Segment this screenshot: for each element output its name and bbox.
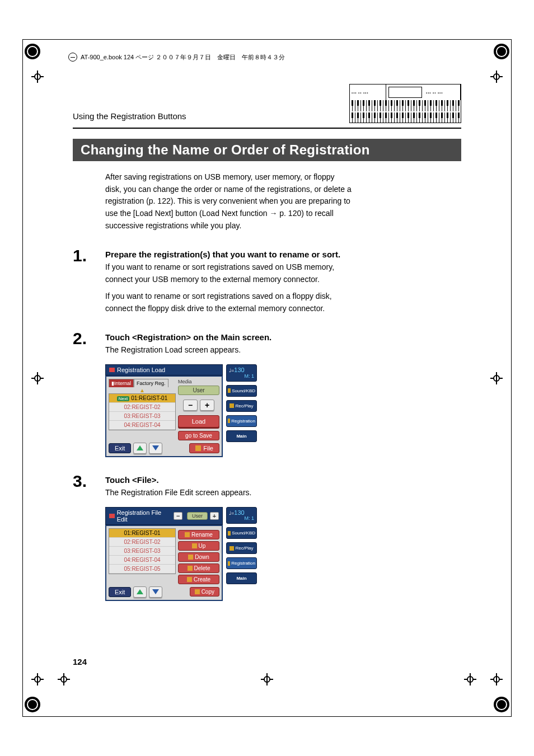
step-text: If you want to rename or sort registrati… (105, 290, 357, 314)
main-button[interactable]: Main (226, 572, 257, 584)
up-button[interactable]: Up (178, 541, 219, 551)
book-metadata: AT-900_e.book 124 ページ ２００７年９月７日 金曜日 午前８時… (68, 53, 285, 62)
print-regmark-icon (494, 44, 509, 59)
next-tag: Next (117, 396, 129, 401)
panel-title-bar: Registration Load (105, 364, 223, 375)
instrument-illustration (349, 84, 461, 123)
sound-kbd-button[interactable]: Sound/KBD (226, 385, 257, 397)
tempo-display[interactable]: ♩=130 M: 1 (226, 364, 257, 382)
上arrow-indicator-icon: ▲ (109, 387, 176, 393)
note-icon (228, 531, 231, 536)
crop-mark-icon (31, 71, 44, 83)
step-number: 2. (73, 329, 105, 348)
media-label: Media (178, 379, 219, 384)
triangle-down-icon (152, 589, 159, 594)
crop-mark-icon (58, 673, 70, 685)
reg-icon (228, 419, 230, 423)
print-regmark-icon (25, 697, 40, 712)
sound-kbd-button[interactable]: Sound/KBD (226, 527, 257, 539)
media-user-button[interactable]: User (187, 512, 208, 520)
step-text: If you want to rename or sort registrati… (105, 261, 357, 285)
list-item[interactable]: 04:REGIST-04 (109, 556, 175, 565)
down-button[interactable]: Down (178, 552, 219, 562)
panel-title-bar: Registration File Edit − User + (105, 507, 223, 525)
load-button[interactable]: Load (178, 415, 219, 428)
minus-button[interactable]: − (183, 400, 198, 411)
go-to-save-button[interactable]: go to Save (178, 431, 219, 440)
list-item[interactable]: 02:REGIST-02 (109, 538, 175, 547)
list-item[interactable]: 03:REGIST-03 (109, 547, 175, 556)
book-meta-icon (68, 53, 77, 62)
registration-list: Next01:REGIST-01 02:REGIST-02 03:REGIST-… (109, 393, 176, 430)
crop-mark-icon (261, 673, 273, 685)
crop-mark-icon (464, 673, 476, 685)
rec-play-button[interactable]: Rec/Play (226, 400, 257, 412)
list-item[interactable]: Next01:REGIST-01 (109, 394, 175, 403)
title-plus-button[interactable]: + (210, 512, 219, 520)
rec-play-button[interactable]: Rec/Play (226, 542, 257, 554)
media-user-button[interactable]: User (178, 386, 219, 395)
step-title: Touch <Registration> on the Main screen. (105, 332, 357, 342)
crop-mark-icon (31, 372, 44, 384)
create-button[interactable]: Create (178, 575, 219, 584)
registration-button[interactable]: Registration (226, 557, 257, 569)
panel-title-text: Registration Load (117, 367, 165, 373)
registration-load-screenshot: Registration Load ▮Internal Factory Reg.… (105, 364, 259, 457)
arrow-up-icon (192, 543, 197, 548)
delete-icon (188, 566, 193, 571)
tab-factory[interactable]: Factory Reg. (134, 379, 168, 387)
tab-internal[interactable]: ▮Internal (109, 379, 134, 387)
scroll-up-button[interactable] (133, 586, 147, 598)
list-item[interactable]: 02:REGIST-02 (109, 403, 175, 412)
pencil-icon (185, 532, 190, 537)
book-meta-text: AT-900_e.book 124 ページ ２００７年９月７日 金曜日 午前８時… (81, 53, 285, 62)
file-button[interactable]: File (189, 443, 219, 453)
tab-label: Internal (114, 381, 131, 386)
registration-file-edit-screenshot: Registration File Edit − User + (105, 507, 259, 601)
exit-button[interactable]: Exit (109, 443, 131, 453)
step-title: Touch <File>. (105, 475, 357, 485)
crop-mark-icon (490, 673, 503, 685)
print-regmark-icon (494, 697, 509, 712)
registration-button[interactable]: Registration (226, 415, 257, 427)
rec-icon (229, 546, 234, 551)
delete-button[interactable]: Delete (178, 564, 219, 573)
chapter-title: Using the Registration Buttons (73, 111, 186, 123)
reg-icon (228, 561, 230, 566)
scroll-down-button[interactable] (149, 586, 162, 598)
step-title: Prepare the registration(s) that you wan… (105, 250, 357, 259)
exit-button[interactable]: Exit (109, 587, 131, 597)
list-item[interactable]: 04:REGIST-04 (109, 421, 175, 430)
triangle-down-icon (152, 445, 159, 450)
list-item[interactable]: 05:REGIST-05 (109, 565, 175, 574)
page-number: 124 (73, 657, 87, 666)
list-item[interactable]: 03:REGIST-03 (109, 412, 175, 421)
panel-title-text: Registration File Edit (117, 509, 172, 523)
step-text: The Registration Load screen appears. (105, 344, 357, 356)
section-title: Changing the Name or Order of Registrati… (73, 139, 378, 161)
copy-icon (195, 589, 200, 594)
crop-mark-icon (490, 372, 503, 384)
list-item[interactable]: 01:REGIST-01 (109, 529, 175, 538)
scroll-down-button[interactable] (149, 443, 162, 454)
copy-button[interactable]: Copy (190, 587, 219, 597)
scroll-up-button[interactable] (133, 443, 147, 454)
header-rule (73, 128, 461, 129)
crop-mark-icon (31, 673, 44, 685)
panel-title-icon (109, 514, 115, 518)
note-icon (228, 388, 231, 393)
print-regmark-icon (25, 44, 40, 59)
step-number: 3. (73, 472, 105, 491)
intro-text: After saving registrations on USB memory… (105, 171, 352, 232)
panel-title-icon (109, 368, 115, 372)
title-minus-button[interactable]: − (174, 512, 182, 520)
arrow-down-icon (188, 555, 193, 560)
plus-button[interactable]: + (200, 400, 214, 411)
step-text: The Registration File Edit screen appear… (105, 487, 357, 499)
create-icon (187, 577, 192, 582)
tempo-display[interactable]: ♩=130 M: 1 (226, 507, 257, 524)
rename-button[interactable]: Rename (178, 530, 219, 539)
main-button[interactable]: Main (226, 430, 257, 442)
rec-icon (229, 403, 234, 408)
file-icon (195, 445, 201, 451)
